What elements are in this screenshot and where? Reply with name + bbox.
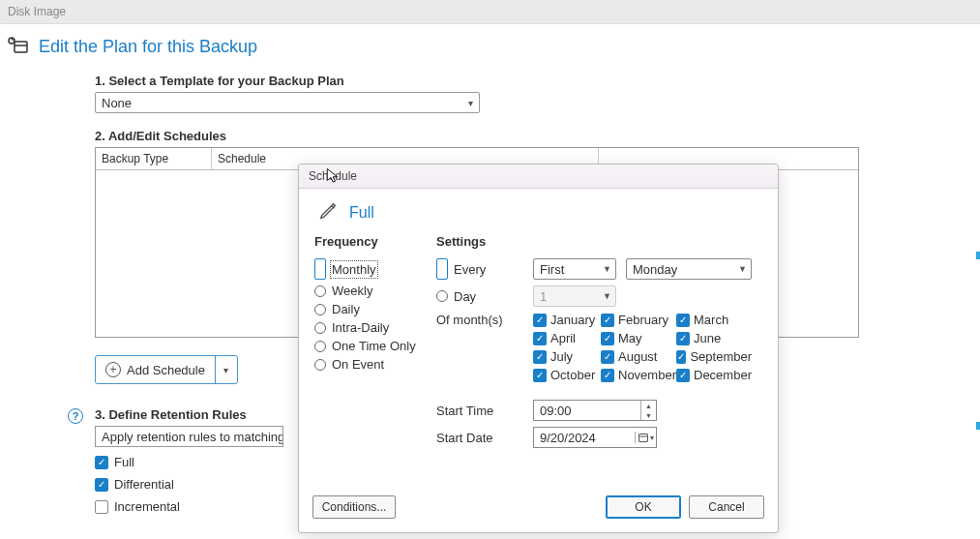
step1-label: 1. Select a Template for your Backup Pla… <box>95 74 980 88</box>
start-date-field[interactable]: 9/20/2024 ▾ <box>533 427 657 448</box>
template-value: None <box>102 96 132 110</box>
month-oct[interactable]: ✓October <box>533 368 601 382</box>
page-title: Edit the Plan for this Backup <box>39 37 257 57</box>
svg-rect-4 <box>639 434 648 442</box>
freq-monthly[interactable]: Monthly <box>314 258 419 280</box>
schedule-dialog: Schedule Full Frequency Monthly Weekly <box>298 164 779 533</box>
add-schedule-button[interactable]: + Add Schedule ▾ <box>95 355 238 384</box>
day-number-select[interactable]: 1▼ <box>533 285 616 307</box>
settings-title: Settings <box>436 234 762 249</box>
add-schedule-label: Add Schedule <box>127 363 205 377</box>
day-radio[interactable]: Day <box>436 289 523 304</box>
month-jul[interactable]: ✓July <box>533 349 601 364</box>
time-spinner[interactable]: ▲▼ <box>640 401 656 420</box>
every-day-select[interactable]: Monday▼ <box>626 258 752 280</box>
frequency-title: Frequency <box>314 234 419 249</box>
freq-daily[interactable]: Daily <box>314 302 419 316</box>
cancel-button[interactable]: Cancel <box>689 495 764 519</box>
conditions-button[interactable]: Conditions... <box>312 495 396 519</box>
month-mar[interactable]: ✓March <box>676 313 752 327</box>
retention-select[interactable]: Apply retention rules to matching back <box>95 426 283 447</box>
of-months-label: Of month(s) <box>436 313 523 327</box>
window-title: Disk Image <box>0 0 980 24</box>
month-aug[interactable]: ✓August <box>601 349 676 364</box>
step2-label: 2. Add/Edit Schedules <box>95 129 980 143</box>
calendar-icon[interactable]: ▾ <box>635 432 656 443</box>
freq-intra[interactable]: Intra-Daily <box>314 320 419 335</box>
every-radio[interactable]: Every <box>436 258 523 280</box>
step3-label: 3. Define Retention Rules <box>95 407 247 422</box>
month-nov[interactable]: ✓November <box>601 368 676 382</box>
freq-event[interactable]: On Event <box>314 357 419 372</box>
freq-once[interactable]: One Time Only <box>314 339 419 353</box>
plus-icon: + <box>105 362 121 377</box>
start-time-field[interactable]: 09:00 ▲▼ <box>533 400 657 421</box>
differential-label: Differential <box>114 477 174 492</box>
ok-button[interactable]: OK <box>606 495 681 519</box>
add-schedule-dropdown[interactable]: ▾ <box>216 365 237 375</box>
help-icon[interactable]: ? <box>68 408 83 424</box>
svg-point-2 <box>9 38 15 44</box>
dialog-type: Full <box>349 204 374 222</box>
month-jun[interactable]: ✓June <box>676 331 752 345</box>
incremental-label: Incremental <box>114 499 180 514</box>
start-date-label: Start Date <box>436 431 523 445</box>
dropdown-arrow-icon: ▾ <box>468 98 473 108</box>
month-dec[interactable]: ✓December <box>676 368 752 382</box>
calendar-sync-icon <box>8 34 31 60</box>
dialog-title: Schedule <box>299 165 778 189</box>
col-backup-type[interactable]: Backup Type <box>96 148 212 169</box>
incremental-checkbox[interactable] <box>95 500 108 514</box>
month-may[interactable]: ✓May <box>601 331 676 345</box>
template-select[interactable]: None ▾ <box>95 92 480 113</box>
freq-weekly[interactable]: Weekly <box>314 284 419 298</box>
full-label: Full <box>114 455 134 469</box>
full-checkbox[interactable]: ✓ <box>95 456 108 469</box>
month-apr[interactable]: ✓April <box>533 331 601 345</box>
svg-rect-0 <box>15 42 27 52</box>
every-ordinal-select[interactable]: First▼ <box>533 258 616 280</box>
month-sep[interactable]: ✓September <box>676 349 752 364</box>
differential-checkbox[interactable]: ✓ <box>95 478 108 492</box>
month-jan[interactable]: ✓January <box>533 313 601 327</box>
month-feb[interactable]: ✓February <box>601 313 676 327</box>
start-time-label: Start Time <box>436 404 523 418</box>
pencil-icon <box>318 200 340 225</box>
